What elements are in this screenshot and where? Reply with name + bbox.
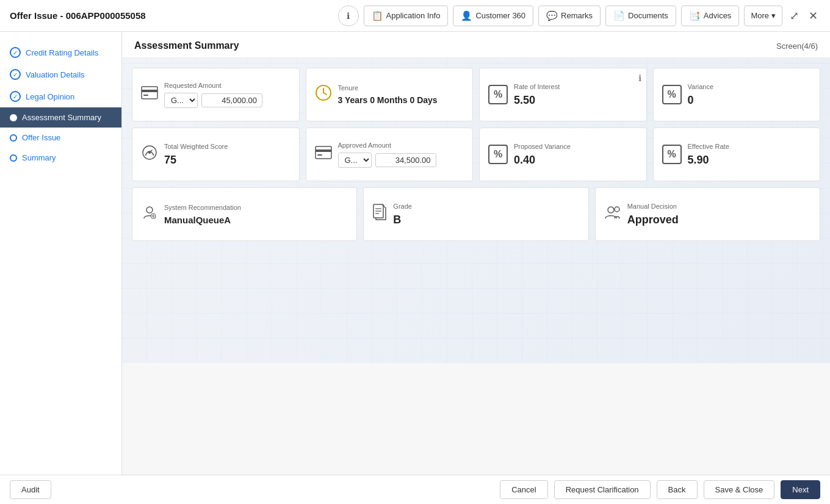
rate-of-interest-value: 5.50 — [514, 94, 638, 107]
sidebar-item-credit-rating[interactable]: ✓ Credit Rating Details — [0, 41, 121, 63]
proposed-variance-label: Proposed Variance — [514, 143, 638, 150]
documents-icon: 📄 — [613, 10, 625, 21]
expand-button[interactable]: ⤢ — [787, 7, 801, 25]
sidebar-label-offer-issue: Offer Issue — [22, 133, 60, 142]
sidebar-item-offer-issue[interactable]: Offer Issue — [0, 128, 121, 148]
approved-amount-label: Approved Amount — [338, 142, 464, 149]
approved-amount-card: Approved Amount G... — [306, 128, 474, 181]
sidebar-item-valuation[interactable]: ✓ Valuation Details — [0, 63, 121, 85]
grade-value: B — [393, 214, 579, 226]
sidebar-label-assessment-summary: Assessment Summary — [22, 113, 101, 122]
grade-label: Grade — [393, 203, 579, 210]
requested-amount-label: Requested Amount — [164, 82, 290, 89]
step-icon-credit-rating: ✓ — [10, 47, 21, 58]
close-button[interactable]: ✕ — [806, 7, 820, 25]
rate-of-interest-label: Rate of Interest — [514, 83, 638, 90]
svg-rect-0 — [142, 87, 157, 99]
weighted-score-content: Total Weighted Score 75 — [164, 143, 290, 167]
content-area: Assessment Summary Screen(4/6) — [122, 32, 830, 475]
back-button[interactable]: Back — [657, 480, 698, 499]
approved-amount-input-row: G... — [338, 153, 464, 168]
variance-value: 0 — [688, 94, 812, 107]
percent-icon-proposed: % — [488, 145, 508, 164]
application-info-icon: 📋 — [372, 10, 383, 21]
main-layout: ✓ Credit Rating Details ✓ Valuation Deta… — [0, 32, 830, 475]
save-close-button[interactable]: Save & Close — [704, 480, 775, 499]
grade-card: Grade B — [363, 187, 588, 241]
sidebar: ✓ Credit Rating Details ✓ Valuation Deta… — [0, 32, 122, 475]
close-icon: ✕ — [809, 9, 818, 23]
audit-button[interactable]: Audit — [10, 480, 51, 499]
remarks-icon: 💬 — [546, 10, 558, 21]
manual-decision-label: Manual Decision — [627, 203, 811, 210]
requested-amount-card: Requested Amount G... — [132, 68, 300, 121]
svg-point-20 — [608, 207, 614, 213]
svg-point-12 — [146, 207, 153, 213]
tenure-card: Tenure 3 Years 0 Months 0 Days — [306, 68, 474, 121]
advices-button[interactable]: 📑 Advices — [681, 5, 740, 26]
sidebar-label-valuation: Valuation Details — [26, 70, 85, 79]
proposed-variance-content: Proposed Variance 0.40 — [514, 143, 638, 167]
manual-decision-card: Manual Decision Approved — [595, 187, 820, 241]
svg-rect-2 — [143, 95, 148, 96]
grade-content: Grade B — [393, 203, 579, 226]
request-clarification-button[interactable]: Request Clarification — [554, 480, 651, 499]
tenure-label: Tenure — [338, 84, 464, 92]
system-recommendation-content: System Recommendation ManualQueueA — [164, 204, 348, 225]
weighted-score-value: 75 — [164, 154, 290, 167]
person-icon-manual — [604, 204, 621, 225]
expand-icon: ⤢ — [790, 9, 799, 23]
tenure-value: 3 Years 0 Months 0 Days — [338, 95, 464, 105]
sidebar-label-legal-opinion: Legal Opinion — [26, 92, 74, 101]
requested-amount-content: Requested Amount G... — [164, 82, 290, 108]
proposed-variance-card: % Proposed Variance 0.40 — [479, 128, 647, 181]
customer-360-button[interactable]: 👤 Customer 360 — [453, 5, 533, 26]
application-info-button[interactable]: 📋 Application Info — [364, 5, 449, 26]
total-weighted-score-card: Total Weighted Score 75 — [132, 128, 300, 181]
advices-icon: 📑 — [689, 10, 701, 21]
variance-card: % Variance 0 — [653, 68, 821, 121]
remarks-button[interactable]: 💬 Remarks — [538, 5, 601, 26]
sidebar-label-credit-rating: Credit Rating Details — [26, 48, 98, 57]
step-icon-legal-opinion: ✓ — [10, 91, 21, 102]
effective-rate-value: 5.90 — [688, 154, 812, 167]
proposed-variance-value: 0.40 — [514, 154, 638, 167]
system-recommendation-value: ManualQueueA — [164, 215, 348, 225]
chevron-down-icon: ▾ — [771, 11, 776, 20]
manual-decision-content: Manual Decision Approved — [627, 203, 811, 226]
svg-point-8 — [148, 151, 151, 154]
next-button[interactable]: Next — [781, 480, 820, 499]
system-recommendation-card: System Recommendation ManualQueueA — [132, 187, 357, 241]
requested-amount-input-row: G... — [164, 93, 290, 108]
sidebar-label-summary: Summary — [22, 153, 56, 162]
percent-icon-variance: % — [662, 85, 682, 104]
sidebar-item-assessment-summary[interactable]: Assessment Summary — [0, 107, 121, 128]
info-button[interactable]: ℹ — [338, 5, 359, 26]
sidebar-item-summary[interactable]: Summary — [0, 148, 121, 168]
speedometer-icon — [141, 144, 158, 165]
person-icon-system — [141, 204, 158, 225]
svg-point-21 — [615, 207, 619, 212]
app-header: Offer Issue - 006APP000055058 ℹ 📋 Applic… — [0, 0, 830, 32]
svg-rect-11 — [317, 154, 322, 156]
approved-amount-select[interactable]: G... — [338, 153, 372, 168]
documents-button[interactable]: 📄 Documents — [605, 5, 676, 26]
step-dot-assessment-summary — [10, 114, 17, 121]
manual-decision-value: Approved — [627, 214, 811, 226]
app-title: Offer Issue - 006APP000055058 — [10, 10, 146, 21]
info-icon: ℹ — [347, 11, 350, 21]
approved-amount-content: Approved Amount G... — [338, 142, 464, 168]
credit-card-icon-2 — [315, 146, 332, 163]
cancel-button[interactable]: Cancel — [500, 480, 547, 499]
info-icon-rate[interactable]: ℹ — [638, 73, 641, 83]
content-title: Assessment Summary — [134, 40, 239, 51]
approved-amount-input[interactable] — [375, 153, 436, 167]
more-button[interactable]: More ▾ — [744, 5, 782, 26]
document-icon — [372, 204, 387, 225]
requested-amount-input[interactable] — [201, 93, 262, 107]
cards-row-3: System Recommendation ManualQueueA — [132, 187, 820, 241]
svg-rect-9 — [316, 146, 331, 159]
sidebar-item-legal-opinion[interactable]: ✓ Legal Opinion — [0, 85, 121, 107]
effective-rate-content: Effective Rate 5.90 — [688, 143, 812, 167]
requested-amount-select[interactable]: G... — [164, 93, 198, 108]
